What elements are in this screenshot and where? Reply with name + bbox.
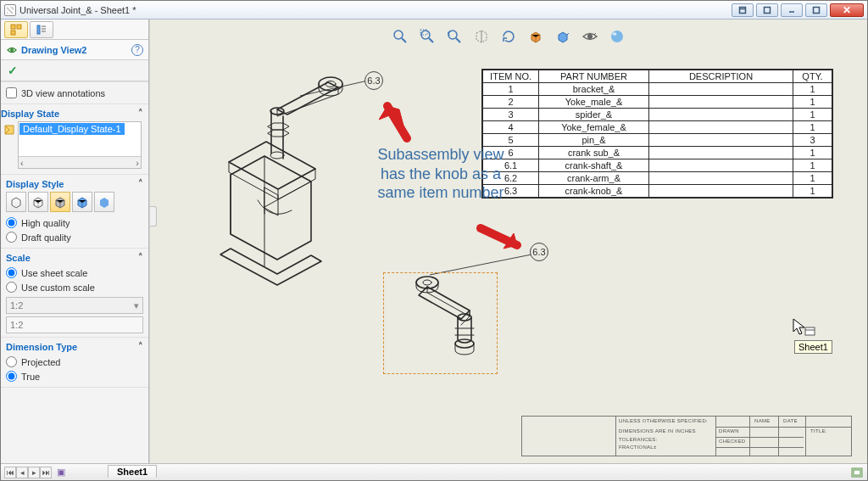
style-hidden-removed-icon[interactable] [50,192,70,212]
app-icon [4,4,16,16]
caret-icon: ˄ [138,341,143,352]
display-style-icons [6,192,143,212]
tb-text: NAME [754,418,771,423]
drawing-view-subassembly[interactable] [392,267,502,379]
svg-rect-8 [37,25,40,34]
view-icon [6,44,18,56]
scale-dropdown[interactable]: 1:2▾ [6,297,143,314]
title-block[interactable]: UNLESS OTHERWISE SPECIFIED: DIMENSIONS A… [521,416,852,456]
tb-text: CHECKED [719,439,745,444]
style-hidden-visible-icon[interactable] [28,192,48,212]
drawing-canvas[interactable]: ITEM NO. PART NUMBER DESCRIPTION QTY. 1b… [149,20,867,480]
svg-point-12 [10,48,14,52]
display-state-item[interactable]: Default_Display State-1 [19,123,125,135]
zoom-prev-icon[interactable] [444,26,465,47]
tab-feature-tree[interactable] [4,21,28,38]
maximize-button[interactable] [805,3,827,17]
hide-show-icon[interactable] [580,26,600,47]
help-icon[interactable]: ? [131,44,143,56]
annotation-text: Subassembly view has the knob as a same … [369,145,513,203]
window-title: Universal Joint_& - Sheet1 * [19,5,732,15]
balloon[interactable]: 6.3 [530,243,548,261]
rotate-view-icon[interactable] [498,26,519,47]
svg-point-13 [394,31,403,39]
display-state-list[interactable]: Default_Display State-1 ‹› [18,121,142,169]
scale-header[interactable]: Scale˄ [6,252,143,263]
svg-line-19 [456,38,460,42]
svg-rect-2 [765,7,771,13]
display-state-icon [3,123,16,137]
bom-header-qty: QTY. [793,70,832,83]
scale-value[interactable]: 1:2 [6,316,143,333]
radio-draft-quality[interactable]: Draft quality [6,230,143,244]
svg-rect-7 [11,31,15,35]
appearance-icon[interactable] [607,26,627,47]
app-window: Universal Joint_& - Sheet1 * ✕ [0,0,868,481]
bom-table[interactable]: ITEM NO. PART NUMBER DESCRIPTION QTY. 1b… [481,69,833,199]
table-row[interactable]: 2Yoke_male_&1 [483,96,832,109]
nav-next-button[interactable]: ▸ [28,467,40,478]
style-shaded-icon[interactable] [94,192,114,212]
panel-tabstrip [1,20,148,40]
table-row[interactable]: 6.1crank-shaft_&1 [483,159,832,172]
section-view-icon[interactable] [471,26,492,47]
win-aux2-button[interactable] [756,3,778,17]
panel-splitter[interactable] [150,206,157,227]
nav-first-button[interactable]: ⏮ [4,467,16,478]
caret-icon: ˄ [138,108,143,119]
radio-projected[interactable]: Projected [6,355,143,369]
orientation-icon[interactable] [526,26,546,47]
zoom-area-icon[interactable] [417,26,437,47]
win-aux1-button[interactable] [732,3,754,17]
panel-title: Drawing View2 [21,45,131,55]
svg-rect-4 [814,7,820,13]
display-state-header[interactable]: Display State˄ [1,108,143,119]
statusbar: ⏮ ◂ ▸ ⏭ ▣ Sheet1 [1,463,867,480]
section-display-style: Display Style˄ High quality Draft qualit… [1,175,148,249]
drawing-view-main[interactable] [180,60,366,291]
svg-line-16 [429,38,433,42]
tb-text: DATE [783,418,798,423]
cb-3d-view-annotations[interactable]: 3D view annotations [6,86,143,100]
caret-icon: ˄ [138,178,143,189]
radio-high-quality[interactable]: High quality [6,215,143,230]
table-row[interactable]: 1bracket_&1 [483,83,832,96]
close-button[interactable]: ✕ [830,3,864,17]
dimension-header[interactable]: Dimension Type˄ [6,341,143,352]
display-style-header[interactable]: Display Style˄ [6,178,143,189]
status-icon[interactable] [850,466,864,479]
tb-text: DIMENSIONS ARE IN INCHES [619,428,696,433]
style-wireframe-icon[interactable] [6,192,26,212]
minimize-button[interactable] [781,3,803,17]
display-style-icon[interactable] [553,26,573,47]
radio-sheet-scale[interactable]: Use sheet scale [6,266,143,280]
table-row[interactable]: 4Yoke_female_&1 [483,121,832,134]
svg-rect-36 [854,470,860,475]
zoom-fit-icon[interactable] [390,26,410,47]
balloon[interactable]: 6.3 [364,71,383,90]
style-shaded-edges-icon[interactable] [72,192,92,212]
table-row[interactable]: 6.2crank-arm_&1 [483,172,832,185]
property-panel: Drawing View2 ? ✓ 3D view annotations Di… [1,20,149,480]
workspace: Drawing View2 ? ✓ 3D view annotations Di… [1,20,867,480]
tooltip: Sheet1 [794,340,832,354]
table-row[interactable]: 6.3crank-knob_&1 [483,185,832,198]
sheet-tab[interactable]: Sheet1 [108,465,157,478]
nav-last-button[interactable]: ⏭ [40,467,52,478]
bom-header-item: ITEM NO. [483,70,539,83]
table-row[interactable]: 3spider_&1 [483,109,832,121]
radio-true[interactable]: True [6,369,143,383]
svg-point-30 [423,280,431,285]
nav-prev-button[interactable]: ◂ [16,467,28,478]
section-3d-view: 3D view annotations [1,81,148,104]
table-row[interactable]: 6crank sub_&1 [483,147,832,159]
tb-text: DRAWN [719,428,739,433]
list-scrollbar[interactable]: ‹› [19,156,141,168]
svg-point-22 [613,32,617,36]
confirm-button[interactable]: ✓ [1,60,148,81]
tab-property[interactable] [30,21,53,38]
table-row[interactable]: 5pin_&3 [483,134,832,147]
radio-custom-scale[interactable]: Use custom scale [6,280,143,294]
panel-header: Drawing View2 ? [1,40,148,60]
section-display-state: Display State˄ Default_Display State-1 ‹… [1,104,148,175]
